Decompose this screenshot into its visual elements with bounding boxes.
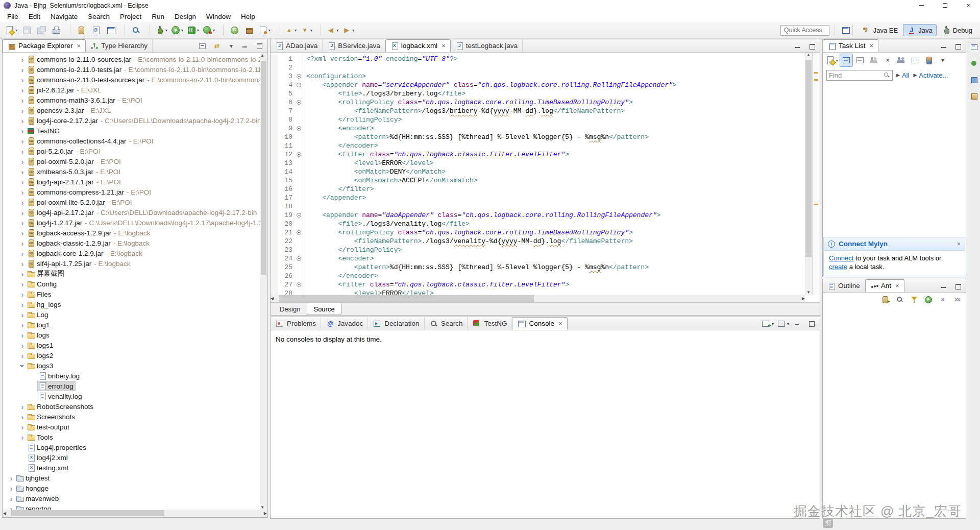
fold-marker-icon[interactable]	[297, 282, 301, 287]
tab-bservice-java[interactable]: BService.java	[323, 39, 385, 52]
scrollbar-thumb[interactable]	[11, 510, 164, 516]
expand-arrow-icon[interactable]: ›	[18, 423, 27, 431]
close-window-button[interactable]: ×	[957, 0, 980, 11]
expand-arrow-icon[interactable]: ›	[18, 239, 27, 247]
editor-vertical-scrollbar[interactable]: ▲ ▼	[805, 53, 812, 295]
tree-item-commons-compress-1-21-jar[interactable]: ›commons-compress-1.21.jar - E:\POI	[3, 187, 260, 197]
tree-item-bribery-log[interactable]: bribery.log	[3, 371, 260, 381]
save-button[interactable]	[20, 23, 33, 37]
tab-testlogback-java[interactable]: testLogback.java	[451, 39, 523, 52]
tree-item-reportng[interactable]: ›reportng	[3, 503, 260, 510]
tree-item-testng[interactable]: ›TestNG	[3, 126, 260, 136]
tab-type-hierarchy[interactable]: Type Hierarchy	[86, 39, 153, 52]
expand-arrow-icon[interactable]: ›	[18, 199, 27, 206]
tree-item-logback-core-1-2-9-jar[interactable]: ›logback-core-1.2.9.jar - E:\logback	[3, 248, 260, 258]
tab-search[interactable]: Search	[425, 317, 468, 330]
tab-javadoc[interactable]: @Javadoc	[321, 317, 368, 330]
tree-item-jxl-2-6-12-jar[interactable]: ›jxl-2.6.12.jar - E:\JXL	[3, 85, 260, 95]
new-task-button[interactable]: ▾	[825, 54, 839, 67]
expand-arrow-icon[interactable]: ›	[19, 362, 27, 370]
tab-source[interactable]: Source	[307, 303, 341, 315]
scroll-up-icon[interactable]: ▲	[805, 53, 812, 57]
expand-arrow-icon[interactable]: ›	[18, 229, 27, 237]
tree-item-log4j-core-2-17-2-jar[interactable]: ›log4j-core-2.17.2.jar - C:\Users\DELL\D…	[3, 115, 260, 126]
tree-item-log4j-api-2-17-1-jar[interactable]: ›log4j-api-2.17.1.jar - E:\POI	[3, 177, 260, 187]
maximize-view-button[interactable]	[951, 39, 965, 53]
expand-arrow-icon[interactable]: ›	[18, 76, 27, 84]
maximize-view-button[interactable]	[951, 279, 965, 293]
tree-item-commons-io-2-11-0-sources-jar[interactable]: ›commons-io-2.11.0-sources.jar - E:\comm…	[3, 54, 260, 64]
new-wizard-button[interactable]: ▾	[4, 23, 18, 37]
expand-arrow-icon[interactable]: ›	[7, 474, 15, 482]
package-explorer-vertical-scrollbar[interactable]: ▲ ▼	[260, 53, 267, 510]
tab-ant[interactable]: Ant×	[865, 279, 904, 292]
maximize-view-button[interactable]	[805, 39, 819, 53]
add-buildfiles-button[interactable]	[879, 293, 892, 306]
new-package-button[interactable]	[242, 23, 256, 37]
tree-item-logs3[interactable]: ›logs3	[3, 360, 260, 371]
tree-item-log1[interactable]: ›log1	[3, 320, 260, 330]
quick-access-box[interactable]: Quick Access	[780, 25, 829, 36]
fold-marker-icon[interactable]	[297, 100, 301, 105]
expand-arrow-icon[interactable]: ›	[18, 97, 27, 104]
tab-outline[interactable]: Outline	[823, 279, 865, 292]
fold-marker-icon[interactable]	[297, 74, 301, 79]
tree-item-poi-ooxml-lite-5-2-0-jar[interactable]: ›poi-ooxml-lite-5.2.0.jar - E:\POI	[3, 197, 260, 207]
close-icon[interactable]: ×	[870, 42, 874, 50]
tree-item-opencsv-2-3-jar[interactable]: ›opencsv-2.3.jar - E:\JXL	[3, 105, 260, 115]
expand-arrow-icon[interactable]: ›	[18, 107, 27, 114]
forward-button[interactable]: ▶▾	[341, 23, 355, 37]
maximize-window-button[interactable]	[933, 0, 957, 11]
scroll-right-icon[interactable]: ▶	[264, 510, 267, 517]
remove-all-button[interactable]: ××	[950, 293, 964, 306]
minimize-view-button[interactable]	[239, 39, 252, 53]
expand-arrow-icon[interactable]: ›	[7, 485, 15, 492]
javadoc-button[interactable]	[89, 23, 103, 37]
tab-testng[interactable]: TestNG	[468, 317, 512, 330]
fold-marker-icon[interactable]	[297, 152, 301, 157]
close-icon[interactable]: ×	[442, 42, 446, 50]
close-icon[interactable]: ×	[895, 282, 899, 290]
close-icon[interactable]: ×	[957, 240, 961, 248]
tree-item-hongge[interactable]: ›hongge	[3, 483, 260, 493]
expand-arrow-icon[interactable]: ›	[18, 280, 27, 288]
tree-item-testng-xml[interactable]: testng.xml	[3, 463, 260, 473]
expand-arrow-icon[interactable]: ›	[18, 331, 27, 339]
create-task-link[interactable]: create	[829, 263, 847, 271]
menu-run[interactable]: Run	[146, 12, 169, 21]
tree-item-files[interactable]: ›Files	[3, 289, 260, 299]
tree-item-log[interactable]: ›Log	[3, 309, 260, 320]
tab-design[interactable]: Design	[273, 303, 307, 315]
expand-arrow-icon[interactable]: ›	[7, 505, 15, 510]
print-button[interactable]	[50, 23, 63, 37]
tab-console[interactable]: Console×	[512, 317, 567, 330]
categorized-view-button[interactable]	[840, 54, 853, 67]
tree-item-poi-ooxml-5-2-0-jar[interactable]: ›poi-ooxml-5.2.0.jar - E:\POI	[3, 156, 260, 166]
previous-annotation-button[interactable]: ▲▾	[283, 23, 298, 37]
tab-declaration[interactable]: Declaration	[368, 317, 424, 330]
menu-help[interactable]: Help	[236, 12, 260, 21]
tree-item-slf4j-api-1-7-25-jar[interactable]: ›slf4j-api-1.7.25.jar - E:\logback	[3, 258, 260, 269]
scrollbar-thumb[interactable]	[805, 60, 812, 257]
console-view-button[interactable]	[104, 23, 117, 37]
fold-marker-icon[interactable]	[297, 256, 301, 261]
expand-arrow-icon[interactable]: ›	[18, 86, 27, 94]
scrollbar-thumb[interactable]	[261, 61, 266, 275]
tree-item-commons-io-2-11-0-test-sources-jar[interactable]: ›commons-io-2.11.0-test-sources.jar - E:…	[3, 75, 260, 85]
expand-arrow-icon[interactable]: ▶	[896, 73, 900, 78]
expand-arrow-icon[interactable]: ›	[18, 127, 27, 135]
expand-arrow-icon[interactable]: ›	[18, 188, 27, 196]
tree-item-item[interactable]: ›屏幕截图	[3, 269, 260, 279]
run-target-button[interactable]	[922, 293, 935, 306]
restore-pane-button[interactable]	[968, 41, 980, 54]
link-all[interactable]: All	[902, 71, 909, 79]
tree-item-tools[interactable]: ›Tools	[3, 432, 260, 442]
tree-item-logback-access-1-2-9-jar[interactable]: ›logback-access-1.2.9.jar - E:\logback	[3, 228, 260, 238]
expand-arrow-icon[interactable]: ›	[18, 413, 27, 421]
open-console-button[interactable]: ▾	[761, 317, 775, 330]
expand-arrow-icon[interactable]: ›	[18, 352, 27, 359]
link-with-editor-button[interactable]: ⇄	[210, 39, 224, 53]
menu-window[interactable]: Window	[201, 12, 236, 21]
expand-arrow-icon[interactable]: ▶	[913, 73, 917, 78]
xml-source-editor[interactable]: 1<?xml version="1.0" encoding="UTF-8"?>2…	[271, 53, 805, 295]
